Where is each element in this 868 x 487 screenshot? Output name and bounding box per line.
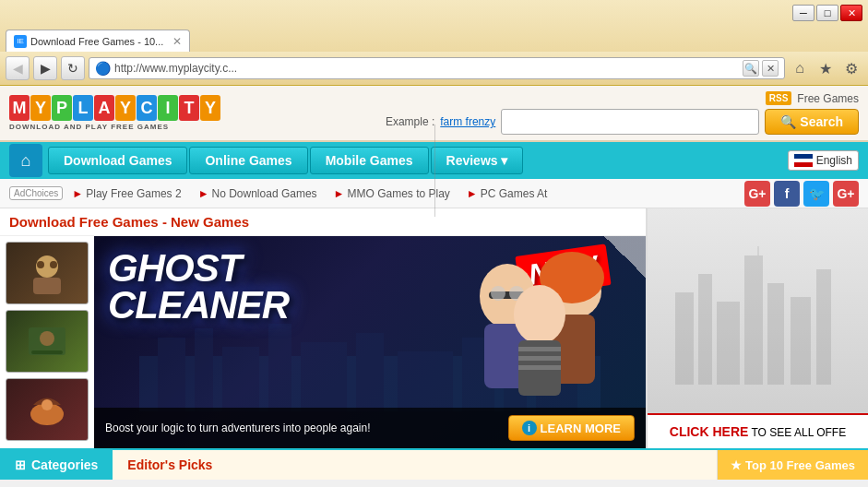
search-button-label: Search [800, 114, 843, 129]
top10-label: Top 10 Free Games [745, 458, 855, 472]
svg-rect-40 [816, 269, 831, 385]
game-title-cleaner: CLEANER [108, 287, 289, 324]
language-label: English [816, 154, 852, 167]
game-characters [443, 241, 627, 407]
facebook-icon[interactable]: f [774, 181, 800, 207]
ad-cityscape [666, 237, 850, 385]
example-link[interactable]: farm frenzy [440, 115, 495, 128]
url-text: http://www.myplaycity.c... [114, 62, 739, 75]
google-icon-2[interactable]: G+ [833, 181, 859, 207]
logo-image: M Y P L A Y C I T Y [9, 95, 220, 121]
sec-nav-item-0[interactable]: ► Play Free Games 2 [65, 185, 188, 202]
nav-bar: ◀ ▶ ↻ 🔵 http://www.myplaycity.c... 🔍 ✕ ⌂… [0, 52, 868, 85]
tab-title: Download Free Games - 10... [30, 36, 169, 47]
nav-item-download[interactable]: Download Games [48, 147, 187, 174]
game-thumb-1[interactable] [6, 242, 89, 304]
svg-point-5 [40, 331, 54, 346]
rss-label: Free Games [797, 92, 859, 105]
game-description-text: Boost your logic to turn adventurers int… [105, 422, 371, 434]
grid-icon: ⊞ [15, 457, 26, 472]
active-tab[interactable]: IE Download Free Games - 10... ✕ [6, 30, 190, 52]
learn-more-button[interactable]: i LEARN MORE [508, 415, 635, 441]
sec-nav-item-2[interactable]: ► MMO Games to Play [327, 185, 458, 202]
game-title-ghost: GHOST [108, 250, 289, 287]
home-nav-button[interactable]: ⌂ [9, 144, 42, 177]
game-showcase: GHOST CLEANER NEW [0, 236, 646, 448]
search-button[interactable]: 🔍 Search [765, 109, 859, 135]
refresh-button[interactable]: ↻ [61, 56, 85, 80]
star-icon: ★ [731, 458, 742, 472]
ad-cta[interactable]: CLICK HERE TO SEE ALL OFFE [648, 413, 868, 448]
svg-rect-32 [518, 365, 561, 370]
minimize-button[interactable]: ─ [792, 5, 814, 21]
restore-button[interactable]: □ [816, 5, 838, 21]
editors-picks-area: Editor's Picks [113, 450, 718, 480]
svg-rect-13 [268, 324, 291, 411]
game-thumb-3[interactable] [6, 378, 89, 441]
nav-item-online[interactable]: Online Games [189, 147, 307, 174]
address-search-icon[interactable]: 🔍 [743, 60, 759, 77]
svg-rect-39 [791, 297, 811, 385]
home-toolbar-icon[interactable]: ⌂ [789, 57, 811, 79]
example-label: Example : [386, 115, 434, 128]
svg-point-2 [37, 261, 44, 268]
tab-close-icon[interactable]: ✕ [172, 35, 182, 48]
language-selector[interactable]: English [788, 150, 859, 171]
arrow-icon-2: ► [334, 187, 345, 200]
svg-rect-35 [698, 274, 712, 385]
logo-subtitle: DOWNLOAD AND PLAY FREE GAMES [9, 123, 169, 131]
rss-badge: RSS [766, 91, 792, 105]
ssl-icon: 🔵 [95, 61, 111, 76]
close-button[interactable]: ✕ [840, 5, 862, 21]
thumb-image-2 [24, 318, 70, 364]
thumb-image-3 [24, 386, 70, 433]
sec-nav-label-0: Play Free Games 2 [86, 187, 181, 200]
ad-click-label: CLICK HERE [670, 424, 749, 439]
settings-icon[interactable]: ⚙ [840, 57, 862, 79]
svg-rect-34 [675, 292, 694, 385]
search-input[interactable] [501, 109, 759, 135]
twitter-icon[interactable]: 🐦 [803, 181, 829, 207]
info-icon: i [522, 421, 537, 435]
sec-nav-label-3: PC Games At [481, 187, 548, 200]
ad-rest-label: TO SEE ALL OFFE [751, 426, 846, 439]
address-bar[interactable]: 🔵 http://www.myplaycity.c... 🔍 ✕ [89, 57, 785, 79]
forward-button[interactable]: ▶ [33, 56, 57, 80]
favorites-icon[interactable]: ★ [814, 57, 837, 79]
arrow-icon-1: ► [198, 187, 209, 200]
svg-rect-6 [31, 350, 63, 354]
sec-nav-label-1: No Download Games [212, 187, 317, 200]
svg-rect-14 [301, 342, 347, 411]
top10-button[interactable]: ★ Top 10 Free Games [718, 450, 868, 480]
back-button[interactable]: ◀ [6, 56, 30, 80]
featured-game-banner[interactable]: GHOST CLEANER NEW [94, 236, 646, 448]
nav-items: Download Games Online Games Mobile Games… [48, 147, 523, 174]
svg-rect-30 [518, 347, 561, 351]
bottom-bar: ⊞ Categories Editor's Picks ★ Top 10 Fre… [0, 448, 868, 480]
sec-nav-item-1[interactable]: ► No Download Games [191, 185, 325, 202]
svg-rect-36 [717, 302, 740, 385]
ad-area [648, 208, 868, 413]
social-icons: G+ f 🐦 G+ [744, 181, 859, 207]
sec-nav-item-3[interactable]: ► PC Games At [459, 185, 555, 202]
editors-picks-title: Editor's Picks [127, 457, 212, 472]
nav-item-mobile[interactable]: Mobile Games [310, 147, 429, 174]
ad-choices-badge[interactable]: AdChoices [9, 186, 63, 200]
flag-icon [794, 154, 813, 167]
search-icon: 🔍 [780, 114, 796, 129]
nav-item-reviews[interactable]: Reviews ▾ [431, 147, 524, 174]
address-actions: 🔍 ✕ [743, 60, 779, 77]
google-plus-icon[interactable]: G+ [744, 181, 770, 207]
site-logo[interactable]: M Y P L A Y C I T Y DOWNLOAD AND PLAY FR… [9, 95, 220, 131]
rss-area: RSS Free Games [766, 91, 859, 105]
content-area: Download Free Games - New Games [0, 208, 647, 448]
game-title: GHOST CLEANER [108, 250, 289, 324]
svg-rect-37 [744, 255, 763, 385]
search-row: Example : farm frenzy 🔍 Search [386, 109, 859, 135]
svg-point-8 [42, 399, 53, 410]
svg-rect-1 [33, 278, 61, 294]
address-close-icon[interactable]: ✕ [762, 60, 779, 77]
game-thumb-2[interactable] [6, 310, 89, 373]
categories-button[interactable]: ⊞ Categories [0, 450, 113, 480]
main-content: Download Free Games - New Games [0, 208, 868, 448]
